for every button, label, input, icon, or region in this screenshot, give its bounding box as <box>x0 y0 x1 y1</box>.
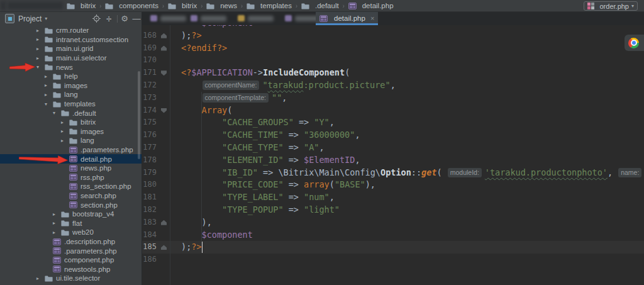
fold-marker-icon[interactable] <box>161 108 167 113</box>
editor-tab-redacted[interactable] <box>147 11 191 25</box>
breadcrumb-item-detail.php[interactable]: detail.php <box>348 2 394 9</box>
folder-icon <box>301 3 309 9</box>
fold-marker-icon[interactable] <box>161 46 167 51</box>
breadcrumb-item-bitrix[interactable]: bitrix <box>67 2 96 9</box>
code-line-182[interactable]: "TYPE_POPUP" => "light" <box>181 204 340 216</box>
tree-expand-icon[interactable]: ▸ <box>45 92 53 98</box>
tree-item-images[interactable]: ▸images <box>0 81 142 91</box>
hide-panel-icon[interactable]: — <box>131 13 142 24</box>
tree-item-news[interactable]: ▾news <box>0 62 142 72</box>
tree-expand-icon[interactable]: ▸ <box>61 120 69 125</box>
tree-item-news.php[interactable]: news.php <box>0 164 142 173</box>
code-line-181[interactable]: "TYPE_LABEL" => "num", <box>181 191 335 204</box>
tree-item-rss.php[interactable]: rss.php <box>0 173 142 182</box>
code-line-168[interactable]: );?> <box>181 30 202 42</box>
code-line-176[interactable]: "CACHE_TIME" => "36000000", <box>181 129 360 142</box>
tree-item-newstools.php[interactable]: newstools.php <box>0 265 142 274</box>
fold-marker-icon[interactable] <box>161 220 167 225</box>
tree-item-.description.php[interactable]: .description.php <box>0 237 142 247</box>
code-line-184[interactable]: $component <box>181 229 253 242</box>
tree-item-component.php[interactable]: component.php <box>0 255 142 265</box>
tree-item-ui.tile.selector[interactable]: ▸ui.tile.selector <box>0 274 142 283</box>
php-file-icon <box>69 201 77 208</box>
tree-item-flat[interactable]: ▸flat <box>0 219 142 228</box>
tree-scrollbar[interactable] <box>138 71 140 159</box>
tree-expand-icon[interactable]: ▸ <box>61 128 69 134</box>
code-line-183[interactable]: ), <box>181 216 212 229</box>
tree-item-help[interactable]: ▸help <box>0 72 142 81</box>
tree-item-main.ui.selector[interactable]: ▸main.ui.selector <box>0 53 142 63</box>
code-line-172[interactable]: componentName:"tarakud:product.picture", <box>181 79 396 92</box>
tree-item-web20[interactable]: ▸web20 <box>0 228 142 237</box>
tree-item-section.php[interactable]: section.php <box>0 200 142 210</box>
tree-expand-icon[interactable]: ▸ <box>61 138 69 143</box>
breadcrumb-separator: › <box>201 2 203 10</box>
tree-item-bootstrap_v4[interactable]: ▸bootstrap_v4 <box>0 210 142 219</box>
editor-tab-redacted[interactable] <box>187 11 236 25</box>
tree-expand-icon[interactable]: ▸ <box>36 55 45 61</box>
breadcrumb-item-components[interactable]: components <box>105 2 158 9</box>
fold-marker-icon[interactable] <box>161 33 167 38</box>
code-line-174[interactable]: Array( <box>181 104 232 117</box>
tree-expand-icon[interactable]: ▸ <box>45 82 53 88</box>
tree-item-detail.php[interactable]: detail.php <box>0 154 142 164</box>
tree-item-rss_section.php[interactable]: rss_section.php <box>0 182 142 191</box>
code-token <box>181 92 202 103</box>
tree-item-.parameters.php[interactable]: .parameters.php <box>0 246 142 255</box>
folder-icon <box>206 3 214 9</box>
code-line-171[interactable]: <?$APPLICATION->IncludeComponent( <box>181 67 350 79</box>
tree-expand-icon[interactable]: ▸ <box>36 36 45 42</box>
run-config-selector[interactable]: order.php ▾ <box>584 1 638 11</box>
code-line-185[interactable]: );?> <box>181 241 202 254</box>
code-line-180[interactable]: "PRICE_CODE" => array("BASE"), <box>181 179 375 191</box>
tree-expand-icon[interactable]: ▸ <box>36 276 45 281</box>
settings-gear-icon[interactable]: ⚙ <box>119 13 130 24</box>
tree-expand-icon[interactable]: ▸ <box>36 28 45 33</box>
tree-collapse-icon[interactable]: ▾ <box>36 64 45 70</box>
tree-item-images[interactable]: ▸images <box>0 127 142 137</box>
code-token: => <box>284 130 304 140</box>
tree-collapse-icon[interactable]: ▾ <box>53 110 61 116</box>
tree-item-templates[interactable]: ▾templates <box>0 99 142 109</box>
tree-expand-icon[interactable]: ▸ <box>36 46 45 52</box>
code-line-167[interactable]: $component <box>181 25 253 30</box>
tree-expand-icon[interactable]: ▸ <box>45 74 53 79</box>
code-editor[interactable]: 167 $component168);?>169<?endif?>170171<… <box>142 25 644 285</box>
breadcrumb-item-bitrix[interactable]: bitrix <box>168 2 197 9</box>
code-line-177[interactable]: "CACHE_TYPE" => "A", <box>181 142 325 154</box>
tree-item-label: main.ui.grid <box>56 45 93 52</box>
tree-collapse-icon[interactable]: ▾ <box>45 101 53 107</box>
tree-expand-icon[interactable]: ▸ <box>53 230 61 235</box>
tree-item-lang[interactable]: ▸lang <box>0 136 142 145</box>
code-line-178[interactable]: "ELEMENT_ID" => $ElementID, <box>181 154 360 167</box>
tree-item-lang[interactable]: ▸lang <box>0 90 142 99</box>
breadcrumb-item-templates[interactable]: templates <box>247 2 292 9</box>
editor-tab-detail.php[interactable]: detail.php× <box>316 11 378 25</box>
tree-item-bitrix[interactable]: ▸bitrix <box>0 118 142 127</box>
code-line-169[interactable]: <?endif?> <box>181 42 227 55</box>
breadcrumb-item-.default[interactable]: .default <box>301 2 339 9</box>
tree-item-.parameters.php[interactable]: .parameters.php <box>0 145 142 155</box>
code-line-175[interactable]: "CACHE_GROUPS" => "Y", <box>181 116 335 129</box>
tree-item-.default[interactable]: ▾.default <box>0 108 142 118</box>
tree-expand-icon[interactable]: ▸ <box>53 211 61 217</box>
fold-marker-icon[interactable] <box>161 70 167 75</box>
redacted-tab-label <box>201 16 226 21</box>
locate-file-icon[interactable] <box>91 13 102 24</box>
breadcrumb-item-news[interactable]: news <box>206 2 237 9</box>
code-line-173[interactable]: componentTemplate:"", <box>181 92 287 104</box>
chevron-down-icon[interactable]: ▾ <box>45 16 47 21</box>
tree-expand-icon[interactable]: ▸ <box>53 220 61 226</box>
collapse-all-icon[interactable]: ÷ <box>103 13 114 24</box>
tree-item-intranet.customsection[interactable]: ▸intranet.customsection <box>0 35 142 45</box>
parameter-hint: name: <box>618 168 641 177</box>
line-number: 178 <box>142 154 157 167</box>
tree-item-search.php[interactable]: search.php <box>0 191 142 201</box>
line-number: 180 <box>142 179 157 191</box>
chrome-icon[interactable] <box>628 38 639 48</box>
tree-item-crm.router[interactable]: ▸crm.router <box>0 26 142 35</box>
code-line-179[interactable]: "IB_ID" => \Bitrix\Main\Config\Option::g… <box>181 167 644 179</box>
editor-tab-redacted[interactable] <box>234 11 286 25</box>
close-tab-icon[interactable]: × <box>370 14 374 22</box>
tree-item-main.ui.grid[interactable]: ▸main.ui.grid <box>0 44 142 53</box>
